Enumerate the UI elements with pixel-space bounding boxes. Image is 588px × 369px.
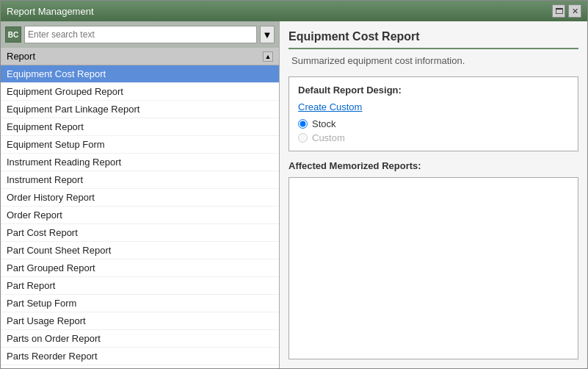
search-input[interactable] — [24, 26, 257, 43]
window-controls: 🗖 ✕ — [552, 4, 581, 18]
list-item[interactable]: Equipment Grouped Report — [1, 83, 279, 101]
list-item[interactable]: Equipment Report — [1, 118, 279, 136]
radio-custom-label: Custom — [312, 132, 345, 143]
minimize-button[interactable]: 🗖 — [552, 4, 565, 18]
search-icon: BC — [8, 31, 18, 39]
chevron-down-icon: ▼ — [263, 29, 272, 40]
affected-memorized-box — [288, 177, 578, 359]
list-item[interactable]: Equipment Cost Report — [1, 65, 279, 83]
list-item[interactable]: Equipment Part Linkage Report — [1, 101, 279, 118]
radio-custom-item: Custom — [298, 132, 569, 143]
radio-group: Stock Custom — [298, 118, 569, 143]
search-bar: BC ▼ — [1, 21, 279, 48]
right-panel: Equipment Cost Report Summarized equipme… — [280, 21, 587, 368]
affected-memorized-section: Affected Memorized Reports: — [288, 160, 578, 359]
list-item[interactable]: Order Report — [1, 207, 279, 224]
main-content: BC ▼ Report ▲ Equipment Cost ReportEquip… — [1, 21, 587, 368]
window-title: Report Management — [7, 6, 94, 17]
scroll-up-button[interactable]: ▲ — [263, 51, 273, 62]
radio-custom[interactable] — [298, 133, 308, 143]
list-item[interactable]: Procedure History Notes Report — [1, 365, 279, 368]
list-item[interactable]: Instrument Reading Report — [1, 154, 279, 171]
close-button[interactable]: ✕ — [568, 4, 581, 18]
list-item[interactable]: Instrument Report — [1, 171, 279, 189]
report-description: Summarized equipment cost information. — [288, 55, 578, 66]
list-item[interactable]: Parts Reorder Report — [1, 348, 279, 365]
default-design-section: Default Report Design: Create Custom Sto… — [288, 76, 578, 151]
list-item[interactable]: Equipment Setup Form — [1, 136, 279, 154]
list-item[interactable]: Part Report — [1, 277, 279, 295]
radio-stock[interactable] — [298, 119, 308, 129]
radio-stock-item: Stock — [298, 118, 569, 129]
list-item[interactable]: Order History Report — [1, 189, 279, 207]
default-design-label: Default Report Design: — [298, 85, 569, 96]
title-bar: Report Management 🗖 ✕ — [1, 1, 587, 21]
create-custom-link[interactable]: Create Custom — [298, 101, 569, 112]
list-item[interactable]: Part Count Sheet Report — [1, 242, 279, 259]
list-item[interactable]: Parts on Order Report — [1, 330, 279, 348]
radio-stock-label: Stock — [312, 118, 336, 129]
list-header: Report ▲ — [1, 48, 279, 65]
affected-title: Affected Memorized Reports: — [288, 160, 578, 171]
left-panel: BC ▼ Report ▲ Equipment Cost ReportEquip… — [1, 21, 280, 368]
report-title: Equipment Cost Report — [288, 30, 578, 49]
search-icon-box: BC — [5, 26, 21, 43]
list-item[interactable]: Part Usage Report — [1, 312, 279, 330]
list-item[interactable]: Part Cost Report — [1, 224, 279, 242]
main-window: Report Management 🗖 ✕ BC ▼ Report ▲ Equi… — [0, 0, 588, 369]
list-header-label: Report — [7, 51, 35, 62]
list-item[interactable]: Part Grouped Report — [1, 259, 279, 277]
search-dropdown[interactable]: ▼ — [260, 26, 275, 43]
report-list: Equipment Cost ReportEquipment Grouped R… — [1, 65, 279, 368]
list-item[interactable]: Part Setup Form — [1, 295, 279, 312]
